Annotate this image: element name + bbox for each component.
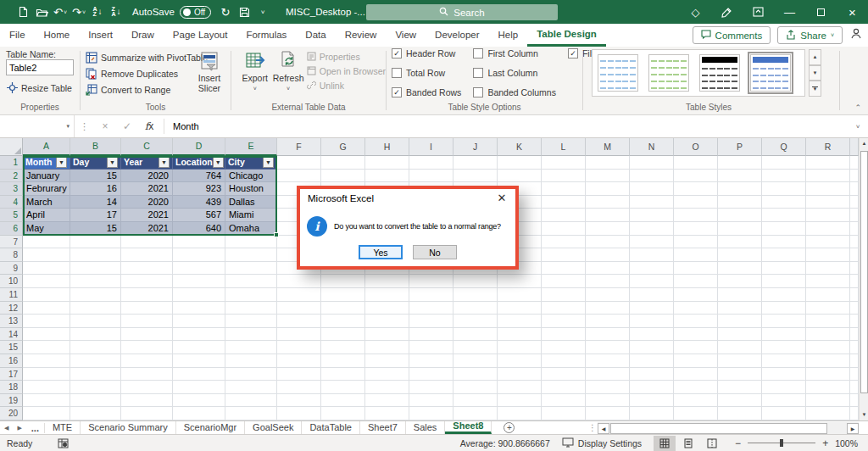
cell-O12[interactable] bbox=[674, 302, 718, 315]
row-header-18[interactable]: 18 bbox=[0, 381, 23, 394]
tab-table-design[interactable]: Table Design bbox=[527, 24, 606, 47]
cell-P16[interactable] bbox=[718, 354, 762, 368]
cell-I11[interactable] bbox=[409, 288, 453, 302]
cell-E6[interactable]: Omaha bbox=[225, 222, 277, 236]
cell-O8[interactable] bbox=[674, 248, 718, 262]
cell-C5[interactable]: 2021 bbox=[121, 209, 173, 222]
cell-N8[interactable] bbox=[630, 248, 674, 262]
cell-N7[interactable] bbox=[630, 236, 674, 249]
cell-O3[interactable] bbox=[674, 182, 718, 196]
chevron-down-icon[interactable]: ˅ bbox=[82, 9, 86, 15]
cell-E5[interactable]: Miami bbox=[225, 209, 277, 222]
cell-Q17[interactable] bbox=[762, 368, 806, 381]
cell-L6[interactable] bbox=[542, 222, 586, 236]
cell-A19[interactable] bbox=[23, 394, 70, 408]
cell-N1[interactable] bbox=[630, 156, 674, 170]
cell-R20[interactable] bbox=[806, 407, 850, 420]
cell-Q4[interactable] bbox=[762, 196, 806, 209]
checkbox-last-column[interactable]: Last Column bbox=[473, 68, 556, 78]
cell-I2[interactable] bbox=[409, 170, 453, 183]
cell-D3[interactable]: 923 bbox=[173, 182, 225, 196]
cell-H13[interactable] bbox=[365, 315, 409, 328]
sheet-nav-left-icon[interactable]: ◀ bbox=[0, 425, 13, 432]
premium-diamond-icon[interactable]: ◇ bbox=[680, 0, 711, 24]
cell-H19[interactable] bbox=[365, 394, 409, 408]
cell-K11[interactable] bbox=[498, 288, 542, 302]
tab-insert[interactable]: Insert bbox=[79, 24, 122, 47]
column-header-F[interactable]: F bbox=[277, 138, 321, 156]
cell-H1[interactable] bbox=[365, 156, 409, 170]
row-header-4[interactable]: 4 bbox=[0, 196, 23, 209]
presence-person-icon[interactable] bbox=[849, 27, 863, 43]
cell-Q10[interactable] bbox=[762, 275, 806, 288]
autosave-control[interactable]: AutoSave Off bbox=[132, 6, 211, 19]
cell-Q16[interactable] bbox=[762, 354, 806, 368]
column-header-R[interactable]: R bbox=[806, 138, 850, 156]
cell-F14[interactable] bbox=[277, 328, 321, 342]
cell-I10[interactable] bbox=[409, 275, 453, 288]
cell-A8[interactable] bbox=[23, 248, 70, 262]
normal-view-button[interactable] bbox=[654, 436, 676, 451]
cell-B19[interactable] bbox=[70, 394, 121, 408]
cell-Q11[interactable] bbox=[762, 288, 806, 302]
cell-D4[interactable]: 439 bbox=[173, 196, 225, 209]
cell-B18[interactable] bbox=[70, 381, 121, 394]
row-header-12[interactable]: 12 bbox=[0, 302, 23, 315]
cell-M6[interactable] bbox=[586, 222, 630, 236]
cell-M9[interactable] bbox=[586, 262, 630, 276]
cell-J14[interactable] bbox=[453, 328, 498, 342]
row-header-13[interactable]: 13 bbox=[0, 315, 23, 328]
cell-L11[interactable] bbox=[542, 288, 586, 302]
cell-E14[interactable] bbox=[225, 328, 277, 342]
cell-L10[interactable] bbox=[542, 275, 586, 288]
cell-O1[interactable] bbox=[674, 156, 718, 170]
cell-I20[interactable] bbox=[409, 407, 453, 420]
cell-A12[interactable] bbox=[23, 302, 70, 315]
cell-D9[interactable] bbox=[173, 262, 225, 276]
cell-F16[interactable] bbox=[277, 354, 321, 368]
sort-az-icon[interactable]: AZ↓ bbox=[88, 0, 107, 24]
row-header-10[interactable]: 10 bbox=[0, 275, 23, 288]
cell-L1[interactable] bbox=[542, 156, 586, 170]
row-header-5[interactable]: 5 bbox=[0, 209, 23, 222]
display-settings-button[interactable]: Display Settings bbox=[562, 437, 642, 449]
cell-M5[interactable] bbox=[586, 209, 630, 222]
column-header-P[interactable]: P bbox=[718, 138, 762, 156]
tab-help[interactable]: Help bbox=[489, 24, 528, 47]
cell-R4[interactable] bbox=[806, 196, 850, 209]
cell-D7[interactable] bbox=[173, 236, 225, 249]
dialog-title-bar[interactable]: Microsoft Excel ✕ bbox=[300, 189, 515, 207]
macro-record-icon[interactable] bbox=[58, 438, 69, 448]
cell-E20[interactable] bbox=[225, 407, 277, 420]
cell-L2[interactable] bbox=[542, 170, 586, 183]
cell-A5[interactable]: April bbox=[23, 209, 70, 222]
cell-F12[interactable] bbox=[277, 302, 321, 315]
cell-F2[interactable] bbox=[277, 170, 321, 183]
sheet-tab-sheet8[interactable]: Sheet8 bbox=[445, 421, 492, 434]
cell-N13[interactable] bbox=[630, 315, 674, 328]
cell-O10[interactable] bbox=[674, 275, 718, 288]
customize-qat-chevron-icon[interactable]: ˅ bbox=[253, 0, 272, 24]
tab-file[interactable]: File bbox=[0, 24, 35, 47]
cell-G16[interactable] bbox=[321, 354, 365, 368]
cell-P13[interactable] bbox=[718, 315, 762, 328]
cell-F10[interactable] bbox=[277, 275, 321, 288]
cell-E3[interactable]: Houston bbox=[225, 182, 277, 196]
cell-L14[interactable] bbox=[542, 328, 586, 342]
column-header-N[interactable]: N bbox=[630, 138, 674, 156]
cell-A9[interactable] bbox=[23, 262, 70, 276]
scroll-down-icon[interactable]: ▼ bbox=[860, 409, 868, 420]
cell-G20[interactable] bbox=[321, 407, 365, 420]
cell-B20[interactable] bbox=[70, 407, 121, 420]
cell-Q8[interactable] bbox=[762, 248, 806, 262]
table-style-light-blue[interactable] bbox=[598, 54, 638, 92]
row-header-3[interactable]: 3 bbox=[0, 182, 23, 196]
cell-R6[interactable] bbox=[806, 222, 850, 236]
cell-A6[interactable]: May bbox=[23, 222, 70, 236]
cell-D19[interactable] bbox=[173, 394, 225, 408]
filter-dropdown-icon[interactable]: ▼ bbox=[263, 157, 274, 168]
filter-dropdown-icon[interactable]: ▼ bbox=[56, 157, 67, 168]
cell-R7[interactable] bbox=[806, 236, 850, 249]
cell-H18[interactable] bbox=[365, 381, 409, 394]
cell-B2[interactable]: 15 bbox=[70, 170, 121, 183]
